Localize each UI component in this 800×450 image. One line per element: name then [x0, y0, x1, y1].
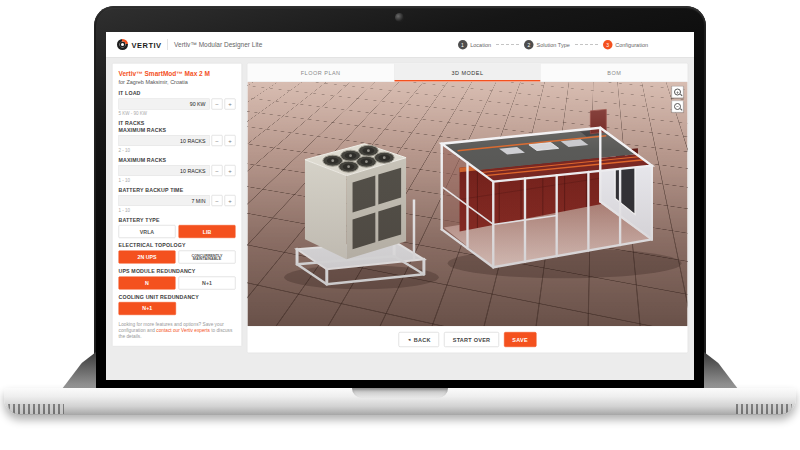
- ups-module-redundancy-label: UPS MODULE REDUNDANCY: [119, 268, 236, 275]
- step-connector: [496, 44, 519, 45]
- battery-backup-time-label: BATTERY BACKUP TIME: [119, 187, 236, 194]
- n-button[interactable]: N: [119, 276, 176, 289]
- step-configuration[interactable]: 3 Configuration: [603, 40, 648, 50]
- 2n-ups-button[interactable]: 2N UPS: [119, 251, 176, 264]
- vertiv-logo-icon: [117, 39, 128, 50]
- 3d-scene-canvas[interactable]: [248, 82, 688, 326]
- ups-module-redundancy-group: N N+1: [119, 276, 236, 289]
- it-load-field: 90 KW − +: [119, 98, 236, 109]
- action-bar: ◄ BACK START OVER SAVE: [248, 326, 688, 353]
- step-solution-type[interactable]: 2 Solution Type: [524, 40, 570, 50]
- zoom-out-button[interactable]: −: [672, 101, 684, 113]
- app-body: Vertiv™ SmartMod™ Max 2 M for Zagreb Mak…: [106, 58, 694, 380]
- laptop-mockup: VERTIV Vertiv™ Modular Designer Lite 1 L…: [0, 0, 800, 450]
- step-location[interactable]: 1 Location: [458, 40, 491, 50]
- app-window: VERTIV Vertiv™ Modular Designer Lite 1 L…: [106, 32, 694, 380]
- magnifier-minus-icon: −: [674, 103, 681, 110]
- step-connector: [575, 44, 598, 45]
- start-over-button[interactable]: START OVER: [444, 332, 499, 347]
- progress-steps: 1 Location 2 Solution Type 3 Configurati…: [458, 40, 648, 50]
- app-title: Vertiv™ Modular Designer Lite: [174, 41, 262, 49]
- brand-wordmark: VERTIV: [132, 40, 162, 49]
- smartmod-container[interactable]: [442, 109, 652, 267]
- cooling-n-plus-1-button[interactable]: N+1: [119, 302, 177, 315]
- cooling-unit-redundancy-group: N+1: [119, 302, 236, 315]
- hinge-left: [62, 352, 96, 389]
- it-load-input[interactable]: 90 KW: [119, 98, 210, 109]
- maximum-racks-label: MAXIMUM RACKS: [119, 156, 236, 163]
- electrical-topology-label: ELECTRICAL TOPOLOGY: [119, 242, 236, 249]
- vrla-button[interactable]: VRLA: [119, 225, 176, 238]
- header-divider: [168, 39, 169, 50]
- stepper-decrement-button[interactable]: −: [212, 135, 223, 146]
- stepper-increment-button[interactable]: +: [225, 135, 236, 146]
- hinge-right: [704, 352, 738, 389]
- lib-button[interactable]: LIB: [179, 225, 236, 238]
- stepper-decrement-button[interactable]: −: [212, 195, 223, 206]
- back-arrow-icon: ◄: [407, 337, 411, 342]
- base-notch: [352, 388, 448, 398]
- electrical-topology-group: 2N UPS CONCURRENTLY MAINTAINABLE: [119, 251, 236, 264]
- sidebar-note: Looking for more features and options? S…: [119, 321, 236, 340]
- stepper-decrement-button[interactable]: −: [212, 98, 223, 109]
- n-plus-1-button[interactable]: N+1: [179, 276, 236, 289]
- laptop-screen: VERTIV Vertiv™ Modular Designer Lite 1 L…: [106, 32, 694, 380]
- concurrently-maintainable-button[interactable]: CONCURRENTLY MAINTAINABLE: [179, 251, 236, 264]
- tab-floor-plan[interactable]: FLOOR PLAN: [248, 64, 394, 82]
- stepper-increment-button[interactable]: +: [225, 195, 236, 206]
- viewport-3d[interactable]: + −: [248, 82, 688, 326]
- stepper-increment-button[interactable]: +: [225, 98, 236, 109]
- main-panel: FLOOR PLAN 3D MODEL BOM: [247, 63, 688, 353]
- it-load-range: 5 KW - 90 KW: [119, 111, 236, 116]
- content-tabs: FLOOR PLAN 3D MODEL BOM: [248, 64, 688, 83]
- config-sidebar: Vertiv™ SmartMod™ Max 2 M for Zagreb Mak…: [112, 63, 242, 347]
- maximum-racks-field: 10 RACKS − +: [119, 165, 236, 176]
- it-racks-label: IT RACKS MAXIMUM RACKS: [119, 120, 236, 133]
- tab-bom[interactable]: BOM: [541, 64, 688, 82]
- it-racks-range: 2 - 10: [119, 147, 236, 152]
- maximum-racks-input[interactable]: 10 RACKS: [119, 165, 210, 176]
- webcam: [395, 13, 404, 22]
- back-button[interactable]: ◄ BACK: [399, 332, 440, 347]
- cooling-unit-redundancy-label: COOLING UNIT REDUNDANCY: [119, 293, 236, 300]
- magnifier-plus-icon: +: [674, 89, 681, 96]
- save-button[interactable]: SAVE: [504, 332, 537, 347]
- step-circle: 1: [458, 40, 468, 50]
- battery-backup-time-range: 1 - 10: [119, 208, 236, 213]
- vent-right: [736, 404, 792, 414]
- it-load-label: IT LOAD: [119, 90, 236, 97]
- it-racks-field: 10 RACKS − +: [119, 135, 236, 146]
- app-header: VERTIV Vertiv™ Modular Designer Lite 1 L…: [106, 32, 694, 58]
- stepper-decrement-button[interactable]: −: [212, 165, 223, 176]
- step-circle: 2: [524, 40, 534, 50]
- zoom-in-button[interactable]: +: [672, 86, 684, 98]
- contact-link[interactable]: contact our Vertiv experts: [156, 327, 210, 333]
- chiller-unit[interactable]: [297, 144, 424, 284]
- stepper-increment-button[interactable]: +: [225, 165, 236, 176]
- battery-type-group: VRLA LIB: [119, 225, 236, 238]
- sidebar-subtitle: for Zagreb Maksimir, Croatia: [119, 79, 236, 85]
- maximum-racks-range: 1 - 10: [119, 178, 236, 183]
- it-racks-input[interactable]: 10 RACKS: [119, 135, 210, 146]
- vent-left: [8, 404, 64, 414]
- viewport-tools: + −: [672, 86, 684, 113]
- battery-type-label: BATTERY TYPE: [119, 217, 236, 224]
- step-circle: 3: [603, 40, 613, 50]
- battery-backup-time-field: 7 MIN − +: [119, 195, 236, 206]
- battery-backup-time-input[interactable]: 7 MIN: [119, 195, 210, 206]
- sidebar-title: Vertiv™ SmartMod™ Max 2 M: [119, 70, 236, 78]
- tab-3d-model[interactable]: 3D MODEL: [394, 64, 541, 82]
